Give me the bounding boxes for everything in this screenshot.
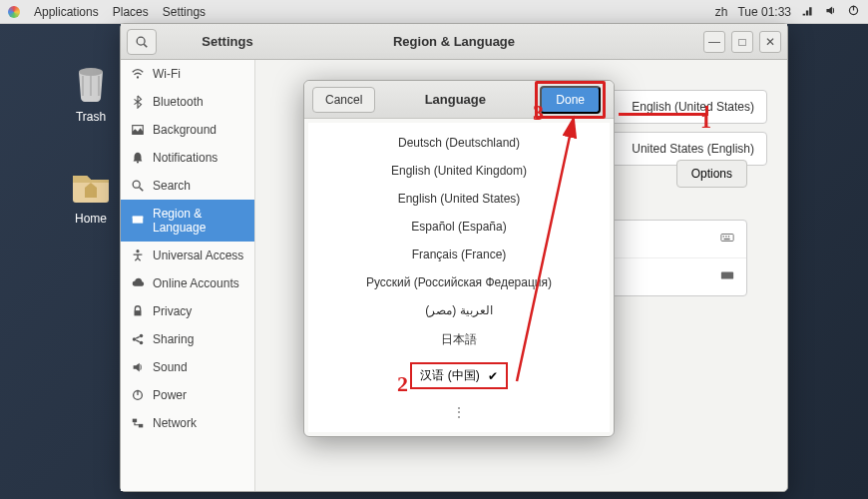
power-setting-icon	[131, 388, 145, 402]
selected-language-label: 汉语 (中国)	[420, 367, 479, 384]
svg-rect-26	[721, 272, 733, 279]
done-annotation-box: Done	[535, 81, 606, 119]
annotation-underline-1	[619, 106, 708, 116]
sidebar-item-sharing[interactable]: Sharing	[121, 325, 254, 353]
dialog-header: Cancel Language Done	[304, 81, 614, 119]
language-option[interactable]: Русский (Российская Федерация)	[308, 268, 610, 296]
sidebar-item-region-language[interactable]: Region & Language	[121, 200, 254, 242]
cancel-button[interactable]: Cancel	[312, 87, 375, 113]
svg-point-16	[140, 341, 144, 345]
cloud-icon	[131, 276, 145, 290]
sidebar-item-network[interactable]: Network	[121, 409, 254, 437]
sidebar-item-wifi[interactable]: Wi-Fi	[121, 60, 254, 88]
wifi-icon	[131, 67, 145, 81]
svg-rect-22	[723, 236, 724, 237]
sidebar-item-background[interactable]: Background	[121, 116, 254, 144]
language-list[interactable]: Deutsch (Deutschland) English (United Ki…	[308, 123, 610, 432]
maximize-button[interactable]: □	[731, 31, 753, 53]
close-button[interactable]: ✕	[759, 31, 781, 53]
sidebar-item-universal-access[interactable]: Universal Access	[121, 242, 254, 269]
language-option[interactable]: Deutsch (Deutschland)	[308, 129, 610, 157]
settings-sidebar: Wi-Fi Bluetooth Background Notifications…	[121, 60, 255, 491]
language-option-selected[interactable]: 汉语 (中国) ✔	[410, 362, 507, 389]
sound-icon	[131, 360, 145, 374]
language-dialog: Cancel Language Done Deutsch (Deutschlan…	[303, 80, 615, 437]
svg-rect-13	[135, 310, 142, 315]
input-method-indicator[interactable]: zh	[715, 5, 728, 19]
search-icon	[131, 179, 145, 193]
sidebar-item-label: Online Accounts	[153, 276, 239, 290]
bluetooth-icon	[131, 95, 145, 109]
settings-menu[interactable]: Settings	[163, 5, 206, 19]
background-icon	[131, 123, 145, 137]
svg-point-7	[137, 161, 139, 163]
accessibility-icon	[131, 249, 145, 262]
svg-point-2	[79, 68, 103, 76]
minimize-button[interactable]: —	[703, 31, 725, 53]
svg-rect-23	[725, 236, 726, 237]
trash-label: Trash	[56, 110, 126, 124]
home-folder-icon[interactable]: Home	[56, 160, 126, 226]
sidebar-item-label: Network	[153, 416, 197, 430]
window-header: Settings Region & Language — □ ✕	[121, 24, 787, 60]
flag-icon	[131, 214, 145, 228]
done-button[interactable]: Done	[540, 86, 601, 114]
sidebar-item-sound[interactable]: Sound	[121, 353, 254, 381]
language-option[interactable]: 日本語	[308, 324, 610, 355]
sidebar-item-label: Region & Language	[153, 207, 244, 235]
check-icon: ✔	[488, 369, 498, 383]
keyboard-layout-icon[interactable]	[720, 231, 734, 248]
svg-rect-21	[721, 235, 733, 242]
svg-rect-19	[133, 419, 137, 423]
options-button[interactable]: Options	[676, 160, 747, 188]
sidebar-item-search[interactable]: Search	[121, 172, 254, 200]
sidebar-item-label: Wi-Fi	[153, 67, 181, 81]
window-title-center: Region & Language	[121, 34, 787, 49]
lock-icon	[131, 304, 145, 318]
sidebar-item-notifications[interactable]: Notifications	[121, 144, 254, 172]
clock[interactable]: Tue 01:33	[737, 5, 791, 19]
svg-point-15	[140, 334, 144, 338]
language-option[interactable]: Español (España)	[308, 213, 610, 241]
share-icon	[131, 332, 145, 346]
activities-logo[interactable]	[8, 6, 20, 18]
top-panel: Applications Places Settings zh Tue 01:3…	[0, 0, 868, 24]
network-setting-icon	[131, 416, 145, 430]
trash-icon[interactable]: Trash	[56, 58, 126, 124]
network-icon[interactable]	[801, 4, 814, 20]
power-icon[interactable]	[847, 4, 860, 20]
home-label: Home	[56, 212, 126, 226]
bell-icon	[131, 151, 145, 165]
svg-rect-24	[728, 236, 729, 237]
language-option[interactable]: Français (France)	[308, 241, 610, 268]
sidebar-item-label: Sharing	[153, 332, 194, 346]
sidebar-item-label: Power	[153, 388, 187, 402]
volume-icon[interactable]	[824, 4, 837, 20]
keyboard-icon[interactable]	[720, 268, 734, 285]
sidebar-item-label: Universal Access	[153, 249, 243, 262]
sidebar-item-bluetooth[interactable]: Bluetooth	[121, 88, 254, 116]
sidebar-item-label: Search	[153, 179, 191, 193]
language-option[interactable]: العربية (مصر)	[308, 296, 610, 324]
svg-line-9	[140, 188, 144, 192]
svg-point-8	[133, 181, 140, 188]
svg-point-5	[137, 76, 139, 78]
sidebar-item-online-accounts[interactable]: Online Accounts	[121, 269, 254, 297]
language-option[interactable]: English (United States)	[308, 185, 610, 213]
sidebar-item-label: Notifications	[153, 151, 217, 165]
language-option[interactable]: English (United Kingdom)	[308, 157, 610, 185]
dialog-title: Language	[425, 92, 486, 107]
svg-rect-11	[133, 217, 144, 219]
sidebar-item-privacy[interactable]: Privacy	[121, 297, 254, 325]
sidebar-item-label: Background	[153, 123, 217, 137]
svg-rect-25	[724, 239, 730, 240]
svg-point-14	[133, 337, 137, 341]
places-menu[interactable]: Places	[113, 5, 149, 19]
sidebar-item-label: Privacy	[153, 304, 192, 318]
sidebar-item-power[interactable]: Power	[121, 381, 254, 409]
svg-rect-20	[139, 424, 143, 428]
sidebar-item-label: Bluetooth	[153, 95, 204, 109]
applications-menu[interactable]: Applications	[34, 5, 99, 19]
more-languages-button[interactable]: ⋮	[308, 396, 610, 428]
svg-point-12	[136, 250, 139, 252]
